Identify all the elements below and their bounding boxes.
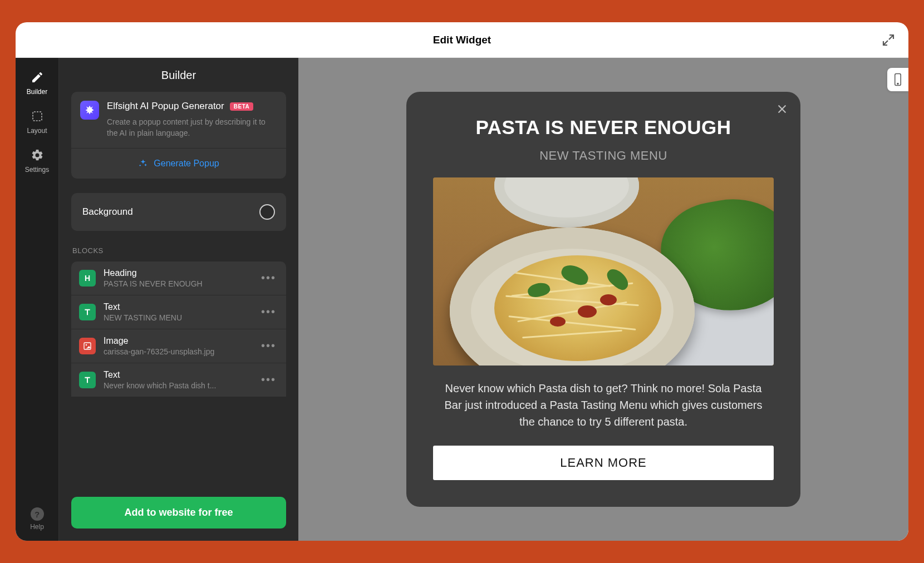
block-list: H Heading PASTA IS NEVER ENOUGH ••• Text: [71, 261, 286, 397]
sidebar-title: Builder: [59, 58, 298, 92]
block-item-text[interactable]: Text NEW TASTING MENU •••: [71, 295, 286, 329]
app-window: Edit Widget Builder Layout: [16, 22, 908, 541]
popup-body-text: Never know which Pasta dish to get? Thin…: [433, 380, 774, 430]
text-icon: [79, 372, 96, 388]
ai-title: Elfsight AI Popup Generator: [107, 101, 224, 112]
sidebar-resize-handle[interactable]: [292, 91, 298, 453]
background-label: Background: [82, 206, 133, 218]
image-icon: [79, 338, 96, 354]
rail-label: Help: [30, 523, 44, 531]
block-subtitle: Never know which Pasta dish t...: [104, 381, 251, 390]
block-item-text-2[interactable]: Text Never know which Pasta dish t... ••…: [71, 363, 286, 397]
popup-headline: PASTA IS NEVER ENOUGH: [433, 116, 774, 139]
more-icon[interactable]: •••: [259, 305, 278, 318]
generate-label: Generate Popup: [154, 159, 219, 169]
window-title: Edit Widget: [433, 34, 491, 46]
generate-popup-button[interactable]: Generate Popup: [71, 148, 286, 179]
title-bar: Edit Widget: [16, 22, 908, 58]
rail-label: Builder: [27, 88, 47, 96]
block-item-image[interactable]: Image carissa-gan-76325-unsplash.jpg •••: [71, 329, 286, 363]
block-subtitle: NEW TASTING MENU: [104, 313, 251, 322]
device-preview-toggle[interactable]: [887, 68, 908, 91]
block-type: Text: [104, 370, 251, 380]
preview-canvas: PASTA IS NEVER ENOUGH NEW TASTING MENU: [298, 58, 908, 541]
ai-description: Create a popup content just by describin…: [107, 116, 276, 139]
layout-icon: [30, 109, 45, 124]
more-icon[interactable]: •••: [259, 373, 278, 386]
svg-rect-0: [33, 112, 42, 121]
help-icon: ?: [31, 507, 44, 521]
close-icon[interactable]: [776, 103, 788, 115]
gear-icon: [30, 148, 45, 162]
main-body: Builder Layout Settings ? Help B: [16, 58, 908, 541]
popup-preview: PASTA IS NEVER ENOUGH NEW TASTING MENU: [406, 92, 800, 507]
block-type: Heading: [104, 268, 251, 278]
heading-icon: H: [79, 270, 96, 287]
pencil-icon: [30, 70, 45, 85]
beta-badge: BETA: [230, 102, 253, 111]
block-subtitle: PASTA IS NEVER ENOUGH: [104, 279, 251, 288]
rail-item-layout[interactable]: Layout: [16, 103, 58, 142]
expand-icon[interactable]: [882, 33, 895, 47]
ai-logo-icon: [80, 101, 99, 120]
block-subtitle: carissa-gan-76325-unsplash.jpg: [104, 347, 251, 356]
more-icon[interactable]: •••: [259, 339, 278, 352]
rail-label: Layout: [27, 127, 47, 135]
nav-rail: Builder Layout Settings ? Help: [16, 58, 59, 541]
blocks-section-label: BLOCKS: [72, 246, 286, 255]
rail-item-settings[interactable]: Settings: [16, 142, 58, 181]
block-type: Image: [104, 336, 251, 346]
popup-image: [433, 177, 774, 366]
popup-subheadline: NEW TASTING MENU: [433, 149, 774, 163]
block-type: Text: [104, 302, 251, 312]
text-icon: [79, 304, 96, 320]
rail-label: Settings: [25, 166, 49, 174]
ai-card-header: Elfsight AI Popup Generator BETA Create …: [71, 92, 286, 148]
background-setting[interactable]: Background: [71, 193, 286, 231]
builder-sidebar: Builder Elfsight AI Popup Generator BETA…: [59, 58, 298, 541]
more-icon[interactable]: •••: [259, 271, 278, 284]
rail-item-help[interactable]: ? Help: [16, 501, 58, 541]
sparkle-icon: [138, 159, 148, 169]
add-to-website-button[interactable]: Add to website for free: [71, 497, 286, 529]
background-swatch: [259, 204, 275, 220]
rail-item-builder[interactable]: Builder: [16, 65, 58, 103]
ai-generator-card: Elfsight AI Popup Generator BETA Create …: [71, 92, 286, 179]
svg-point-2: [86, 344, 87, 345]
svg-point-4: [897, 83, 898, 85]
sidebar-scroll[interactable]: Elfsight AI Popup Generator BETA Create …: [59, 92, 298, 487]
learn-more-button[interactable]: LEARN MORE: [433, 446, 774, 480]
block-item-heading[interactable]: H Heading PASTA IS NEVER ENOUGH •••: [71, 261, 286, 295]
